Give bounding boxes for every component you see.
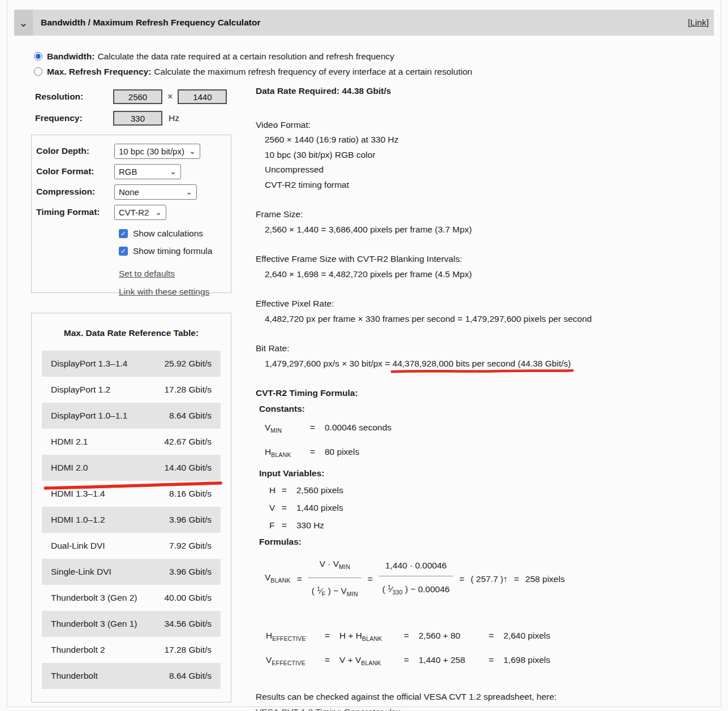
resolution-frequency-form: Resolution: × Frequency: Hz [35, 86, 227, 129]
radio-selected-icon[interactable] [34, 52, 42, 61]
bracket-close: ] [707, 18, 709, 27]
veffective-equation: VEFFECTIVE=V + VBLANK=1,440 + 258=1,698 … [266, 649, 708, 674]
video-format-line: CVT-R2 timing format [265, 178, 708, 193]
vesa-spreadsheet-link[interactable]: VESA CVT 1.2 Timing Generator.xlsx [256, 707, 400, 711]
video-format-section: Video Format: 2560 × 1440 (16:9 ratio) a… [256, 118, 708, 193]
max-rate-value: 17.28 Gbit/s [164, 645, 212, 655]
mode-bandwidth-label: Bandwidth: [47, 51, 94, 62]
interface-name: HDMI 1.0–1.2 [51, 515, 105, 525]
horizontal-resolution-input[interactable] [113, 89, 162, 104]
frequency-label: Frequency: [35, 113, 113, 123]
mode-bandwidth[interactable]: Bandwidth: Calculate the data rate requi… [34, 49, 472, 64]
table-row: Thunderbolt8.64 Gbit/s [42, 663, 221, 689]
timing-format-value: CVT-R2 [119, 208, 149, 217]
show-timing-formula-label: Show timing formula [133, 246, 212, 256]
mode-radio-group: Bandwidth: Calculate the data rate requi… [34, 49, 472, 79]
radio-unselected-icon[interactable] [34, 67, 42, 76]
vblank-result: 258 pixels [525, 572, 565, 586]
timing-format-row: Timing Format: CVT-R2 ⌄ [36, 202, 231, 222]
table-row: Thunderbolt 217.28 Gbit/s [42, 637, 221, 663]
interface-name: DisplayPort 1.0–1.1 [51, 411, 127, 421]
hblank-constant: HBLANK=80 pixels [265, 441, 708, 466]
set-to-defaults-link[interactable]: Set to defaults [119, 266, 231, 281]
interface-name: Single-Link DVI [51, 567, 111, 577]
frequency-input[interactable] [113, 111, 162, 126]
v-input-variable: V=1,440 pixels [269, 499, 708, 516]
vblank-lhs: VBLANK [265, 570, 291, 588]
frequency-row: Frequency: Hz [35, 107, 227, 129]
link-with-settings-link[interactable]: Link with these settings [119, 285, 231, 299]
data-rate-required-heading: Data Rate Required: 44.38 Gbit/s [256, 84, 708, 99]
resolution-label: Resolution: [35, 92, 113, 102]
color-format-value: RGB [119, 167, 137, 176]
chevron-down-icon: ⌄ [186, 189, 192, 195]
table-row: DisplayPort 1.217.28 Gbit/s [42, 377, 221, 403]
table-title: Max. Data Rate Reference Table: [32, 328, 231, 338]
vertical-resolution-input[interactable] [178, 89, 227, 104]
results-column: Data Rate Required: 44.38 Gbit/s Video F… [256, 84, 708, 711]
max-rate-value: 7.92 Gbit/s [169, 541, 212, 551]
timing-format-label: Timing Format: [36, 207, 114, 217]
pixel-rate-line: 4,482,720 px per frame × 330 frames per … [265, 312, 708, 327]
max-rate-value: 34.56 Gbit/s [164, 619, 212, 629]
max-rate-value: 8.64 Gbit/s [169, 411, 212, 421]
max-rate-value: 14.40 Gbit/s [164, 463, 212, 473]
video-format-heading: Video Format: [256, 118, 708, 133]
checkbox-checked-icon[interactable]: ✓ [119, 229, 128, 238]
frame-size-section: Frame Size: 2,560 × 1,440 = 3,686,400 pi… [256, 207, 708, 237]
bit-rate-line: 1,479,297,600 px/s × 30 bit/px = 44,378,… [265, 356, 708, 372]
interface-name: Thunderbolt 3 (Gen 1) [51, 619, 137, 629]
max-rate-value: 42.67 Gbit/s [164, 437, 212, 447]
table-row: HDMI 1.3–1.48.16 Gbit/s [42, 481, 221, 507]
max-rate-value: 17.28 Gbit/s [164, 385, 212, 395]
mode-max-refresh-label: Max. Refresh Frequency: [47, 67, 151, 77]
vblank-formula: VBLANK = V · VMIN ( 1⁄F ) − VMIN = 1,440… [265, 557, 708, 601]
compression-row: Compression: None ⌄ [36, 182, 231, 202]
table-row: Single-Link DVI3.96 Gbit/s [42, 559, 221, 585]
max-rate-value: 3.96 Gbit/s [169, 567, 212, 577]
interface-name: DisplayPort 1.3–1.4 [51, 359, 127, 369]
effective-frame-section: Effective Frame Size with CVT-R2 Blankin… [256, 252, 708, 282]
checkbox-checked-icon[interactable]: ✓ [119, 247, 128, 256]
color-depth-value: 10 bpc (30 bit/px) [119, 146, 184, 156]
heffective-equation: HEFFECTIVE=H + HBLANK=2,560 + 80=2,640 p… [266, 625, 708, 649]
compression-select[interactable]: None ⌄ [114, 184, 197, 200]
times-symbol: × [167, 92, 173, 102]
color-depth-select[interactable]: 10 bpc (30 bit/px) ⌄ [114, 144, 200, 159]
video-format-line: Uncompressed [265, 162, 708, 178]
table-row: Thunderbolt 3 (Gen 1)34.56 Gbit/s [42, 611, 221, 637]
table-row: Thunderbolt 3 (Gen 2)40.00 Gbit/s [42, 585, 221, 611]
pixel-rate-heading: Effective Pixel Rate: [256, 296, 708, 312]
video-format-line: 10 bpc (30 bit/px) RGB color [265, 148, 708, 163]
color-format-select[interactable]: RGB ⌄ [114, 164, 181, 179]
compression-label: Compression: [36, 187, 114, 197]
bit-rate-section: Bit Rate: 1,479,297,600 px/s × 30 bit/px… [256, 341, 708, 371]
timing-format-select[interactable]: CVT-R2 ⌄ [114, 205, 166, 220]
compression-value: None [119, 187, 139, 197]
vmin-constant: VMIN=0.00046 seconds [265, 417, 708, 441]
frequency-unit: Hz [169, 113, 179, 123]
effective-frame-heading: Effective Frame Size with CVT-R2 Blankin… [256, 252, 708, 267]
timing-formula-heading: CVT-R2 Timing Formula: [256, 386, 708, 401]
collapse-section-button[interactable]: ⌄ [14, 10, 33, 36]
show-timing-formula-checkbox-row[interactable]: ✓ Show timing formula [119, 245, 231, 257]
footer-text: Results can be checked against the offic… [256, 689, 708, 704]
check-icon: ✓ [120, 230, 126, 238]
chevron-down-icon: ⌄ [189, 148, 196, 154]
mode-max-refresh[interactable]: Max. Refresh Frequency: Calculate the ma… [34, 64, 472, 79]
max-rate-value: 25.92 Gbit/s [164, 359, 212, 369]
show-calculations-label: Show calculations [133, 229, 203, 239]
interface-name: Thunderbolt 2 [51, 645, 105, 655]
show-calculations-checkbox-row[interactable]: ✓ Show calculations [119, 227, 231, 240]
color-format-row: Color Format: RGB ⌄ [36, 161, 231, 182]
permalink-link[interactable]: Link [690, 18, 706, 27]
table-row: Dual-Link DVI7.92 Gbit/s [42, 533, 221, 559]
chevron-down-icon: ⌄ [170, 169, 176, 174]
formulas-heading: Formulas: [259, 534, 708, 550]
check-icon: ✓ [120, 247, 126, 255]
effective-frame-line: 2,640 × 1,698 = 4,482,720 pixels per fra… [265, 267, 708, 282]
constants-heading: Constants: [259, 401, 708, 417]
vblank-rounded: ( 257.7 )↑ [471, 572, 507, 586]
max-rate-value: 3.96 Gbit/s [169, 515, 212, 525]
frame-size-line: 2,560 × 1,440 = 3,686,400 pixels per fra… [265, 222, 708, 238]
